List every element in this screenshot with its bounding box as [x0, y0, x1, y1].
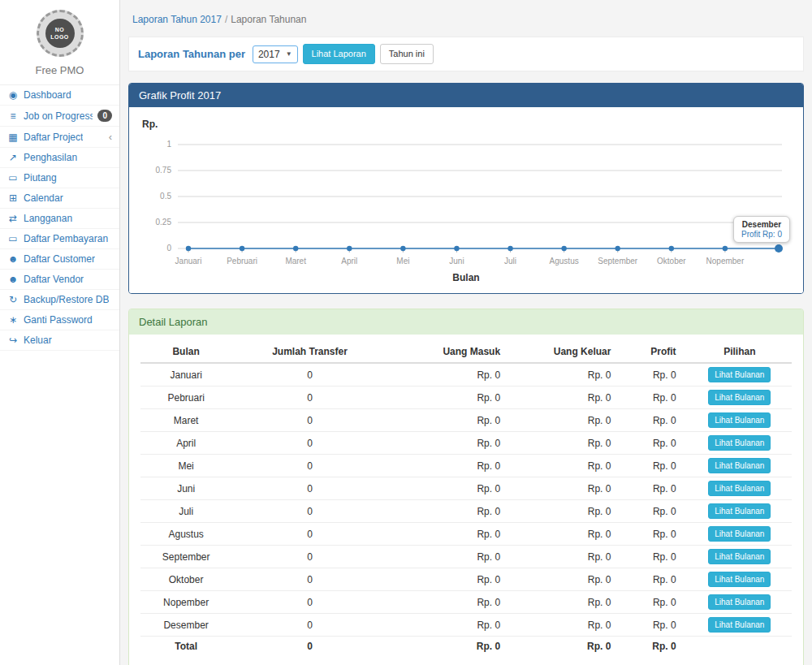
sidebar-item-piutang[interactable]: ▭Piutang [0, 168, 119, 188]
cell-uang-masuk: Rp. 0 [388, 523, 512, 546]
cell-jumlah-transfer: 0 [231, 409, 387, 432]
no-logo-badge: NOLOGO [37, 10, 84, 57]
sidebar-item-label: Ganti Password [24, 314, 93, 326]
lihat-bulanan-button[interactable]: Lihat Bulanan [708, 390, 771, 405]
breadcrumb: Laporan Tahun 2017/Laporan Tahunan [120, 0, 812, 37]
lihat-bulanan-button[interactable]: Lihat Bulanan [708, 458, 771, 473]
password-icon: ∗ [7, 314, 19, 326]
tahun-ini-button[interactable]: Tahun ini [380, 44, 434, 64]
sidebar-item-job-on-progress[interactable]: ≡Job on Progress0 [0, 106, 119, 127]
table-row: Nopember0Rp. 0Rp. 0Rp. 0Lihat Bulanan [140, 591, 792, 614]
sidebar-item-ganti-password[interactable]: ∗Ganti Password [0, 310, 119, 330]
users-icon: ☻ [7, 274, 19, 285]
filter-label: Laporan Tahunan per [138, 48, 245, 60]
lihat-bulanan-button[interactable]: Lihat Bulanan [708, 367, 771, 382]
breadcrumb-separator: / [225, 14, 227, 25]
credit-card-icon: ▭ [7, 233, 19, 244]
svg-text:Oktober: Oktober [657, 257, 686, 266]
cell-jumlah-transfer: 0 [231, 432, 387, 455]
table-row: Juni0Rp. 0Rp. 0Rp. 0Lihat Bulanan [140, 477, 792, 500]
cell-bulan: Pebruari [140, 386, 231, 409]
cell-bulan: Maret [140, 409, 231, 432]
cell-bulan: Oktober [140, 568, 231, 591]
sidebar-item-label: Keluar [24, 335, 52, 346]
x-axis-title: Bulan [137, 272, 795, 283]
sidebar-item-backup-restore-db[interactable]: ↻Backup/Restore DB [0, 290, 119, 310]
breadcrumb-link-laporan-tahun[interactable]: Laporan Tahun 2017 [132, 14, 222, 25]
table-row: Pebruari0Rp. 0Rp. 0Rp. 0Lihat Bulanan [140, 386, 792, 409]
cell-pilihan: Lihat Bulanan [688, 546, 792, 568]
svg-text:0.5: 0.5 [160, 192, 171, 201]
cell-uang-masuk: Rp. 0 [388, 386, 512, 409]
lihat-bulanan-button[interactable]: Lihat Bulanan [708, 503, 771, 519]
detail-panel-body: Bulan Jumlah Transfer Uang Masuk Uang Ke… [129, 335, 803, 665]
sidebar-item-calendar[interactable]: ⊞Calendar [0, 188, 119, 209]
lihat-bulanan-button[interactable]: Lihat Bulanan [708, 412, 771, 428]
cell-profit: Rp. 0 [622, 409, 687, 432]
cell-bulan: Nopember [140, 591, 231, 614]
svg-text:Nopember: Nopember [706, 257, 745, 266]
col-profit: Profit [622, 341, 687, 363]
cell-bulan: Juli [140, 500, 231, 523]
cell-bulan: Januari [140, 363, 231, 386]
tooltip-month: Desember [741, 220, 782, 229]
brand-box: NOLOGO Free PMO [0, 0, 119, 85]
tooltip-profit: Profit Rp: 0 [741, 230, 782, 239]
sidebar-item-label: Piutang [24, 172, 57, 184]
report-table: Bulan Jumlah Transfer Uang Masuk Uang Ke… [140, 341, 792, 656]
cell-jumlah-transfer: 0 [231, 546, 387, 568]
chevron-left-icon: ‹ [109, 131, 112, 143]
lihat-laporan-button[interactable]: Lihat Laporan [303, 44, 375, 64]
year-select[interactable]: 2017 ▼ [253, 45, 298, 63]
cell-uang-keluar: Rp. 0 [512, 568, 622, 591]
year-select-value: 2017 [258, 49, 280, 60]
cell-pilihan: Lihat Bulanan [688, 591, 792, 614]
cell-profit: Rp. 0 [622, 432, 687, 455]
svg-text:Pebruari: Pebruari [227, 257, 257, 266]
lihat-bulanan-button[interactable]: Lihat Bulanan [708, 594, 771, 610]
cell-uang-keluar: Rp. 0 [512, 363, 622, 386]
col-pilihan: Pilihan [688, 341, 792, 363]
detail-panel-title: Detail Laporan [129, 309, 803, 335]
sidebar-item-daftar-customer[interactable]: ☻Daftar Customer [0, 249, 119, 270]
main-content: Laporan Tahun 2017/Laporan Tahunan Lapor… [120, 0, 812, 665]
table-row: Desember0Rp. 0Rp. 0Rp. 0Lihat Bulanan [140, 614, 792, 637]
lihat-bulanan-button[interactable]: Lihat Bulanan [708, 526, 771, 542]
cell-bulan: Mei [140, 455, 231, 477]
breadcrumb-current: Laporan Tahunan [231, 14, 306, 25]
cell-pilihan: Lihat Bulanan [688, 432, 792, 455]
sidebar-item-label: Calendar [24, 192, 63, 204]
lihat-bulanan-button[interactable]: Lihat Bulanan [708, 617, 771, 633]
cell-uang-masuk: Rp. 0 [388, 500, 512, 523]
cell-pilihan: Lihat Bulanan [688, 614, 792, 637]
lihat-bulanan-button[interactable]: Lihat Bulanan [708, 572, 771, 587]
sidebar-item-daftar-pembayaran[interactable]: ▭Daftar Pembayaran [0, 229, 119, 249]
table-total-row: Total 0 Rp. 0 Rp. 0 Rp. 0 [140, 637, 792, 656]
lihat-bulanan-button[interactable]: Lihat Bulanan [708, 549, 771, 564]
total-profit: Rp. 0 [622, 637, 687, 656]
lihat-bulanan-button[interactable]: Lihat Bulanan [708, 481, 771, 496]
sidebar-menu: ◉Dashboard≡Job on Progress0▦Daftar Proje… [0, 85, 119, 351]
svg-text:0.75: 0.75 [156, 166, 172, 175]
sidebar-item-langganan[interactable]: ⇄Langganan [0, 209, 119, 229]
cell-uang-keluar: Rp. 0 [512, 614, 622, 637]
cell-profit: Rp. 0 [622, 614, 687, 637]
users-icon: ☻ [7, 253, 19, 265]
svg-text:0.25: 0.25 [156, 218, 172, 227]
sidebar-item-daftar-project[interactable]: ▦Daftar Project‹ [0, 127, 119, 148]
cell-pilihan: Lihat Bulanan [688, 409, 792, 432]
sidebar-item-dashboard[interactable]: ◉Dashboard [0, 85, 119, 106]
sidebar-item-keluar[interactable]: ↪Keluar [0, 330, 119, 351]
table-row: Januari0Rp. 0Rp. 0Rp. 0Lihat Bulanan [140, 363, 792, 386]
cell-uang-keluar: Rp. 0 [512, 477, 622, 500]
table-row: Oktober0Rp. 0Rp. 0Rp. 0Lihat Bulanan [140, 568, 792, 591]
cell-profit: Rp. 0 [622, 386, 687, 409]
sidebar-item-daftar-vendor[interactable]: ☻Daftar Vendor [0, 270, 119, 290]
cell-jumlah-transfer: 0 [231, 386, 387, 409]
lihat-bulanan-button[interactable]: Lihat Bulanan [708, 435, 771, 451]
sidebar: NOLOGO Free PMO ◉Dashboard≡Job on Progre… [0, 0, 120, 665]
svg-text:0: 0 [166, 244, 171, 253]
sidebar-item-penghasilan[interactable]: ↗Penghasilan [0, 148, 119, 168]
tasks-icon: ≡ [7, 110, 19, 122]
svg-text:September: September [598, 257, 638, 266]
